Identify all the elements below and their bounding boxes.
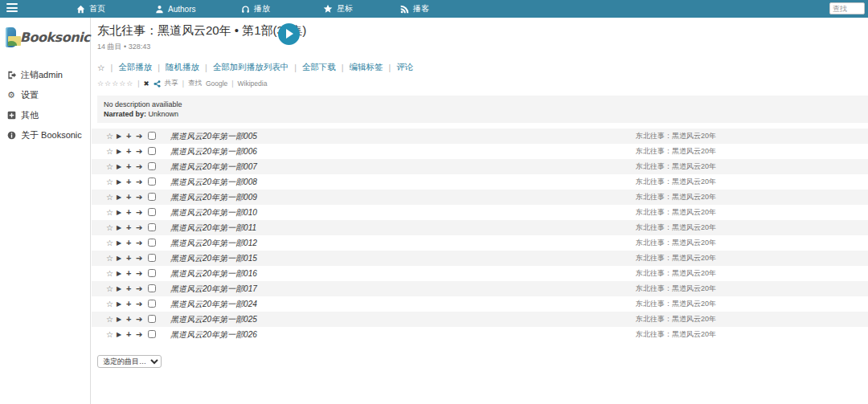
nav-item-authors[interactable]: Authors: [155, 0, 195, 18]
add-track-icon[interactable]: +: [126, 235, 131, 251]
add-track-icon[interactable]: +: [126, 281, 131, 296]
hamburger-menu-icon[interactable]: [6, 3, 18, 14]
track-checkbox[interactable]: [148, 300, 156, 308]
star-track-icon[interactable]: ☆: [106, 144, 113, 159]
track-checkbox[interactable]: [148, 315, 156, 323]
add-all-to-playlist-link[interactable]: 全部加到播放列表中: [213, 62, 289, 73]
track-title[interactable]: 黑道风云20年第一部008: [170, 174, 257, 190]
star-track-icon[interactable]: ☆: [106, 312, 113, 327]
track-checkbox[interactable]: [148, 208, 156, 216]
track-title[interactable]: 黑道风云20年第一部005: [170, 129, 257, 144]
track-title[interactable]: 黑道风云20年第一部016: [170, 266, 257, 281]
track-checkbox[interactable]: [148, 269, 156, 277]
track-checkbox[interactable]: [148, 132, 156, 140]
search-input[interactable]: [829, 2, 865, 14]
sidebar-item-more[interactable]: 其他: [0, 105, 90, 125]
google-search-link[interactable]: Google: [206, 80, 227, 88]
enqueue-track-icon[interactable]: ➔: [136, 312, 142, 327]
track-checkbox[interactable]: [148, 193, 156, 201]
track-album-link[interactable]: 东北往事：黑道风云20年: [636, 205, 716, 220]
star-track-icon[interactable]: ☆: [106, 296, 113, 312]
edit-tags-link[interactable]: 编辑标签: [350, 62, 383, 73]
add-track-icon[interactable]: +: [126, 174, 131, 190]
star-track-icon[interactable]: ☆: [106, 235, 113, 251]
star-track-icon[interactable]: ☆: [106, 266, 113, 281]
track-album-link[interactable]: 东北往事：黑道风云20年: [636, 129, 716, 144]
play-all-link[interactable]: 全部播放: [118, 62, 152, 73]
sidebar-item-about[interactable]: 关于 Booksonic: [0, 125, 90, 145]
play-track-icon[interactable]: ▶: [117, 159, 121, 174]
track-title[interactable]: 黑道风云20年第一部009: [170, 190, 257, 205]
add-track-icon[interactable]: +: [126, 266, 131, 281]
share-link[interactable]: 共享: [165, 79, 178, 88]
nav-item-play[interactable]: 播放: [241, 0, 270, 18]
star-track-icon[interactable]: ☆: [106, 281, 113, 296]
add-track-icon[interactable]: +: [126, 190, 131, 205]
track-title[interactable]: 黑道风云20年第一部026: [170, 327, 257, 342]
enqueue-track-icon[interactable]: ➔: [136, 281, 142, 296]
track-checkbox[interactable]: [148, 178, 156, 186]
add-track-icon[interactable]: +: [126, 159, 131, 174]
wikipedia-search-link[interactable]: Wikipedia: [238, 80, 268, 88]
download-all-link[interactable]: 全部下载: [302, 62, 336, 73]
track-album-link[interactable]: 东北往事：黑道风云20年: [636, 312, 716, 327]
star-track-icon[interactable]: ☆: [106, 159, 113, 174]
play-track-icon[interactable]: ▶: [117, 235, 121, 251]
play-track-icon[interactable]: ▶: [117, 205, 121, 220]
track-album-link[interactable]: 东北往事：黑道风云20年: [636, 174, 716, 190]
track-checkbox[interactable]: [148, 284, 156, 292]
star-track-icon[interactable]: ☆: [106, 220, 113, 235]
enqueue-track-icon[interactable]: ➔: [136, 327, 142, 342]
star-track-icon[interactable]: ☆: [106, 174, 113, 190]
shuffle-play-link[interactable]: 随机播放: [166, 62, 199, 73]
star-track-icon[interactable]: ☆: [106, 205, 113, 220]
track-checkbox[interactable]: [148, 223, 156, 231]
star-track-icon[interactable]: ☆: [106, 327, 113, 342]
track-album-link[interactable]: 东北往事：黑道风云20年: [636, 159, 716, 174]
enqueue-track-icon[interactable]: ➔: [136, 144, 142, 159]
share-icon[interactable]: [154, 80, 161, 88]
enqueue-track-icon[interactable]: ➔: [136, 174, 142, 190]
play-track-icon[interactable]: ▶: [117, 190, 121, 205]
sidebar-item-logout[interactable]: 注销admin: [0, 65, 90, 85]
track-title[interactable]: 黑道风云20年第一部015: [170, 251, 257, 266]
enqueue-track-icon[interactable]: ➔: [136, 129, 142, 144]
add-track-icon[interactable]: +: [126, 251, 131, 266]
enqueue-track-icon[interactable]: ➔: [136, 205, 142, 220]
play-all-button[interactable]: [278, 23, 300, 45]
play-track-icon[interactable]: ▶: [117, 129, 121, 144]
star-album-icon[interactable]: ☆: [97, 63, 104, 72]
play-track-icon[interactable]: ▶: [117, 281, 121, 296]
comment-link[interactable]: 评论: [396, 62, 413, 73]
track-title[interactable]: 黑道风云20年第一部024: [170, 296, 257, 312]
track-album-link[interactable]: 东北往事：黑道风云20年: [636, 220, 716, 235]
booksonic-logo[interactable]: Booksonic: [0, 18, 90, 47]
clear-rating-icon[interactable]: ✖: [144, 80, 149, 88]
play-track-icon[interactable]: ▶: [117, 174, 121, 190]
play-track-icon[interactable]: ▶: [117, 327, 121, 342]
enqueue-track-icon[interactable]: ➔: [136, 190, 142, 205]
track-album-link[interactable]: 东北往事：黑道风云20年: [636, 327, 716, 342]
track-album-link[interactable]: 东北往事：黑道风云20年: [636, 266, 716, 281]
track-album-link[interactable]: 东北往事：黑道风云20年: [636, 144, 716, 159]
track-album-link[interactable]: 东北往事：黑道风云20年: [636, 296, 716, 312]
track-title[interactable]: 黑道风云20年第一部025: [170, 312, 257, 327]
enqueue-track-icon[interactable]: ➔: [136, 266, 142, 281]
selected-tracks-dropdown[interactable]: 选定的曲目…: [97, 355, 162, 368]
play-track-icon[interactable]: ▶: [117, 296, 121, 312]
track-title[interactable]: 黑道风云20年第一部017: [170, 281, 257, 296]
track-title[interactable]: 黑道风云20年第一部011: [170, 220, 256, 235]
enqueue-track-icon[interactable]: ➔: [136, 220, 142, 235]
play-track-icon[interactable]: ▶: [117, 220, 121, 235]
enqueue-track-icon[interactable]: ➔: [136, 235, 142, 251]
track-checkbox[interactable]: [148, 330, 156, 338]
play-track-icon[interactable]: ▶: [117, 251, 121, 266]
add-track-icon[interactable]: +: [126, 312, 131, 327]
add-track-icon[interactable]: +: [126, 296, 131, 312]
add-track-icon[interactable]: +: [126, 220, 131, 235]
track-album-link[interactable]: 东北往事：黑道风云20年: [636, 281, 716, 296]
enqueue-track-icon[interactable]: ➔: [136, 296, 142, 312]
track-title[interactable]: 黑道风云20年第一部007: [170, 159, 257, 174]
track-album-link[interactable]: 东北往事：黑道风云20年: [636, 190, 716, 205]
track-checkbox[interactable]: [148, 254, 156, 262]
